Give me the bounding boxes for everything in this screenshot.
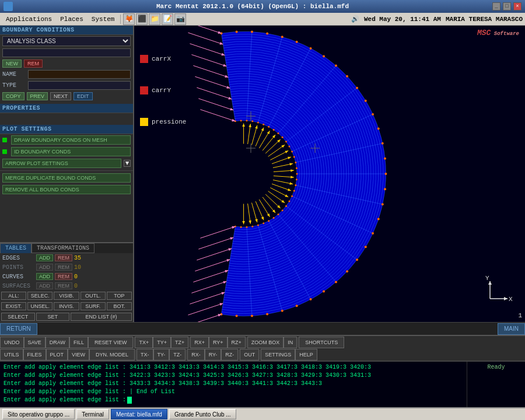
zoom-in-button[interactable]: IN <box>284 337 297 348</box>
legend-pressione: pressione <box>140 118 186 126</box>
name-input[interactable]: pressione <box>28 70 131 79</box>
prev-button[interactable]: PREV <box>27 92 48 100</box>
text-editor-icon[interactable]: 📝 <box>162 13 173 25</box>
view-button[interactable]: VIEW <box>68 349 89 360</box>
outl-button[interactable]: OUTL. <box>80 292 106 300</box>
menu-system[interactable]: System <box>88 15 118 24</box>
console-line-4[interactable]: Enter add apply element edge list : <box>4 396 463 404</box>
next-button[interactable]: NEXT <box>50 92 71 100</box>
structural-row: STRUCTURAL <box>0 47 133 58</box>
utils-button[interactable]: UTILS <box>0 349 23 360</box>
tab-tables[interactable]: TABLES <box>0 243 32 253</box>
remove-all-button[interactable]: REMOVE ALL BOUND CONDS <box>2 185 131 194</box>
id-bc-button[interactable]: ID BOUNDARY CONDS <box>11 147 131 156</box>
legend: carrX carrY pressione <box>140 55 186 126</box>
ry-plus-button[interactable]: RY+ <box>209 337 228 348</box>
return-button[interactable]: RETURN <box>0 323 37 335</box>
invis-button[interactable]: INVIS. <box>54 302 79 310</box>
type-input[interactable]: edge_load <box>28 81 131 90</box>
taskbar: Sito operativo gruppo ... Terminal Menta… <box>0 407 525 420</box>
terminal-icon[interactable]: ⬛ <box>136 13 148 25</box>
screenshot-icon[interactable]: 📷 <box>174 13 186 25</box>
dyn-model-button[interactable]: DYN. MODEL <box>89 349 135 360</box>
visib-button[interactable]: VISIB. <box>54 292 79 300</box>
tab-transformations[interactable]: TRANSFORMATIONS <box>32 243 94 253</box>
zoom-box-button[interactable]: ZOOM BOX <box>247 337 284 348</box>
ty-minus-button[interactable]: TY- <box>153 349 170 360</box>
end-list-button[interactable]: END LIST (#) <box>71 313 132 321</box>
surf-button[interactable]: SURF. <box>80 302 106 310</box>
structural-input[interactable]: STRUCTURAL <box>2 48 131 57</box>
rz-minus-button[interactable]: RZ- <box>221 349 238 360</box>
reset-view-button[interactable]: RESET VIEW <box>88 337 133 348</box>
tx-plus-button[interactable]: TX+ <box>135 337 153 348</box>
settings-button[interactable]: SETTINGS <box>261 349 295 360</box>
new-button[interactable]: NEW <box>2 60 22 68</box>
points-add-button[interactable]: ADD <box>36 264 53 271</box>
draw-bc-button[interactable]: DRAW BOUNDARY CONDS ON MESH <box>11 135 131 145</box>
tx-minus-button[interactable]: TX- <box>136 349 153 360</box>
set-button[interactable]: SET <box>36 313 70 321</box>
close-button[interactable]: × <box>513 2 522 10</box>
firefox-icon[interactable]: 🦊 <box>123 13 135 25</box>
draw-bc-indicator <box>2 138 7 142</box>
maximize-button[interactable]: □ <box>503 2 511 10</box>
menu-applications[interactable]: Applications <box>2 15 55 24</box>
files-icon[interactable]: 📁 <box>149 13 160 25</box>
analysis-class-dropdown[interactable]: ANALYSIS CLASS <box>2 36 131 46</box>
select-button[interactable]: SELECT <box>1 313 35 321</box>
minimize-button[interactable]: _ <box>492 2 501 10</box>
main-button[interactable]: MAIN <box>498 323 525 335</box>
points-rem-button[interactable]: REM <box>55 264 72 271</box>
taskbar-item-terminal[interactable]: Terminal <box>76 409 109 419</box>
rx-plus-button[interactable]: RX+ <box>190 337 209 348</box>
arrow-plot-button[interactable]: ARROW PLOT SETTINGS <box>2 159 121 168</box>
copy-button[interactable]: COPY <box>2 92 24 100</box>
top-button[interactable]: TOP <box>107 292 132 300</box>
rz-plus-button[interactable]: RZ+ <box>228 337 246 348</box>
taskbar-item-grande[interactable]: Grande Punto Club ... <box>169 409 236 419</box>
edit-button[interactable]: EDIT <box>74 92 93 100</box>
surfaces-rem-button[interactable]: REM <box>55 282 72 289</box>
name-row: NAME pressione <box>0 69 133 80</box>
arrow-dropdown-icon[interactable]: ▼ <box>124 160 131 167</box>
window-controls[interactable]: _ □ × <box>492 2 522 10</box>
console-area: Enter add apply element edge list : 3411… <box>0 360 525 407</box>
selec-button[interactable]: SELEC. <box>27 292 52 300</box>
files-button[interactable]: FILES <box>23 349 46 360</box>
taskbar-item-sito[interactable]: Sito operativo gruppo ... <box>2 409 75 419</box>
curves-add-button[interactable]: ADD <box>36 273 53 280</box>
all-button[interactable]: ALL: <box>1 292 26 300</box>
help-button[interactable]: HELP <box>295 349 317 360</box>
fill-button[interactable]: FILL <box>69 337 88 348</box>
cursor <box>127 397 132 404</box>
tz-minus-button[interactable]: TZ- <box>169 349 186 360</box>
ty-plus-button[interactable]: TY+ <box>153 337 171 348</box>
undo-button[interactable]: UNDO <box>0 337 24 348</box>
bottom-toolbar: UNDO SAVE DRAW FILL RESET VIEW TX+ TY+ T… <box>0 335 525 360</box>
unsel-button[interactable]: UNSEL. <box>27 302 52 310</box>
tz-plus-button[interactable]: TZ+ <box>171 337 188 348</box>
console-line-1: Enter add apply element edge list : 3422… <box>4 372 463 380</box>
surfaces-row: SURFACES ADD REM 0 <box>0 281 133 290</box>
menu-places[interactable]: Places <box>57 15 87 24</box>
taskbar-item-mentat[interactable]: Mentat: biella.mfd <box>111 409 167 419</box>
merge-button[interactable]: MERGE DUPLICATE BOUND CONDS <box>2 173 131 183</box>
rx-minus-button[interactable]: RX- <box>187 349 205 360</box>
plot-button[interactable]: PLOT <box>46 349 68 360</box>
bot-button[interactable]: BOT. <box>107 302 132 310</box>
zoom-out-button[interactable]: OUT <box>240 349 259 360</box>
bc-section-header: BOUNDARY CONDITIONS <box>0 26 133 35</box>
fem-viewport-canvas[interactable] <box>134 26 525 322</box>
exist-button[interactable]: EXIST. <box>1 302 26 310</box>
save-button[interactable]: SAVE <box>24 337 46 348</box>
edges-add-button[interactable]: ADD <box>36 254 53 261</box>
edges-rem-button[interactable]: REM <box>55 254 72 261</box>
draw-button[interactable]: DRAW <box>46 337 69 348</box>
shortcuts-button[interactable]: SHORTCUTS <box>299 337 344 348</box>
rem-button[interactable]: REM <box>24 60 43 68</box>
viewport[interactable]: MSC Software carrX carrY pressione 1 <box>134 26 525 322</box>
curves-rem-button[interactable]: REM <box>55 273 72 280</box>
surfaces-add-button[interactable]: ADD <box>36 282 53 289</box>
ry-minus-button[interactable]: RY- <box>205 349 222 360</box>
